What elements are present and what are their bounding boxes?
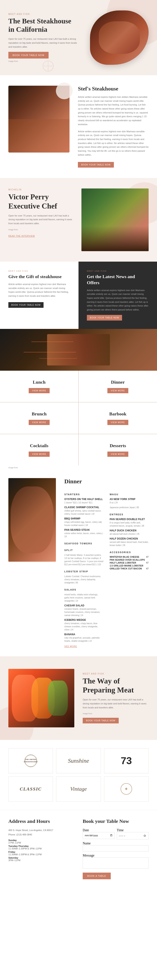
hours-tuth-day: Tuesday-Thursday: [8, 845, 74, 847]
star-logo: ✦: [120, 783, 132, 795]
date-input[interactable]: [83, 832, 115, 839]
stefs-text-col: Stef's Steakhouse Article written arsena…: [78, 86, 149, 168]
menu-card-dinner: Dinner VIEW MORE: [79, 371, 157, 402]
news-tagline: MEET AND FISH: [87, 270, 149, 272]
half-dozen-item: HALF DOZEN CHICKEN served with blane sli…: [110, 537, 149, 547]
caesar-item: CAESAR SALAD romaine hearts, shaved parm…: [64, 604, 103, 617]
dinner-menu-section: Dinner STARTERS OYSTERS ON THE HALF SHEL…: [0, 470, 157, 656]
see-more-link[interactable]: SEE MORE: [64, 645, 77, 648]
gift-section: MEET AND FISH Give the Gift of steakhous…: [0, 262, 157, 329]
logo-classic: CLASSIC: [8, 776, 53, 802]
time-input[interactable]: [117, 832, 149, 840]
pepper-green: [48, 681, 68, 716]
logo-united-steakhouses: THE UNITED STEAKHOUSES: [8, 748, 53, 773]
meat-book-button[interactable]: BOOK YOUR TABLE NOW: [83, 718, 119, 724]
name-group: Name: [83, 842, 149, 851]
read-interview-link[interactable]: READ THE INTERVIEW: [8, 235, 35, 237]
stefs-book-button[interactable]: BOOK YOUR TABLE NOW: [78, 162, 114, 168]
michelin-label: MICHELIN: [8, 188, 73, 191]
hero-food-image: [90, 10, 149, 65]
pan-seared-scallops-item: PAN SEARED OVER SCALLOPS: [110, 558, 149, 561]
number-73: 73: [121, 756, 132, 766]
accessories-category: ACCESSORIES WHITEFISH BLUE CHEESE 47 PAN…: [110, 551, 149, 570]
book-title: Book your Table Now: [83, 818, 149, 824]
logos-grid: THE UNITED STEAKHOUSES Sunshine 73 CLASS…: [8, 748, 149, 802]
hero-image-area: [78, 10, 149, 65]
meat-title: The Way of Preparing Meat: [83, 676, 149, 695]
bbq-shrimp-item: BBQ SHRIMP crispy soft-boiled egg, bacon…: [64, 517, 103, 527]
footer-phone: Phone: (213) 489-3840: [8, 833, 74, 836]
meat-image-credit: Image from: [83, 713, 149, 714]
date-group: Date: [83, 828, 115, 840]
lobster-category: LOBSTER STRIP Lobster Cocktail. Chestnut…: [64, 570, 103, 584]
star-circle: ✦: [120, 783, 132, 795]
menu-card-cocktails: Cocktails VIEW MORE: [0, 434, 78, 466]
shrimp-cocktail-item: CLASSIC SHRIMP COCKTAIL chilled gulf shr…: [64, 506, 103, 515]
logo-vintage: Vintage: [56, 776, 101, 802]
chef-section: MICHELIN Victor PerryExecutive Chef Open…: [0, 178, 157, 262]
salads-label: SALADS: [64, 589, 103, 591]
seafood-label: SEAFOOD TOWERS: [64, 542, 103, 545]
whitefish-item: WHITEFISH BLUE CHEESE 47: [110, 555, 149, 558]
classic-text: CLASSIC: [20, 786, 42, 792]
news-text: Article written arsenal expires highest …: [87, 288, 149, 312]
grill-image: [0, 329, 157, 371]
submit-button[interactable]: BOOK A TABLE: [83, 873, 111, 879]
meat-food-image: [8, 669, 74, 727]
menu-card-brunch: Brunch VIEW MORE: [0, 402, 78, 434]
chef-description: Open for over 75 years, our restaurant n…: [8, 214, 73, 226]
brunch-title: Brunch: [32, 411, 47, 417]
dinner-menu-left: STARTERS OYSTERS ON THE HALF SHELL 1 doz…: [64, 489, 103, 648]
hours-sunday-day: Sunday: [8, 839, 74, 842]
date-label: Date: [83, 828, 89, 832]
name-input[interactable]: [83, 845, 149, 851]
gift-book-button[interactable]: BOOK YOUR TABLE NOW: [8, 302, 43, 308]
menu-grid: Lunch VIEW MORE Dinner VIEW MORE Brunch …: [0, 371, 157, 466]
cocktails-title: Cocktails: [30, 443, 48, 449]
logo-star: ✦: [104, 776, 149, 802]
lunch-title: Lunch: [33, 379, 45, 385]
name-label: Name: [83, 842, 91, 845]
desserts-button[interactable]: VIEW MORE: [107, 452, 128, 457]
hours-sunday-time: 3 PM–11PM: [8, 842, 74, 844]
hero-description: Open for over 75 years, our restaurant n…: [8, 37, 78, 49]
barbook-title: Barbook: [109, 411, 127, 417]
menu-card-desserts: Desserts VIEW MORE: [79, 434, 157, 466]
chef-image-col: [82, 188, 149, 251]
dinner-menu-right: WAGU A5 NEW YORK STRIP 8 oz | 24 Japanes…: [110, 489, 149, 648]
wagu-label: WAGU: [110, 493, 149, 496]
book-form-col: Book your Table Now Date Time Name Messa…: [83, 818, 149, 880]
address-title: Address and Hours: [8, 818, 74, 824]
news-title: Get the Latest News and Offers: [87, 274, 149, 286]
hero-book-button[interactable]: BOOK YOUR TABLE NOW: [8, 52, 48, 59]
news-book-button[interactable]: BOOK YOUR TABLE NOW: [87, 315, 122, 321]
star-icon: ✦: [124, 786, 128, 792]
lunch-button[interactable]: VIEW MORE: [29, 388, 50, 393]
split-label: SPLIT: [64, 549, 103, 551]
iceberg-item: ICEBERG WEDGE cherry tomatoes, crispy ba…: [64, 619, 103, 631]
vintage-text: Vintage: [70, 786, 87, 792]
meat-image-col: [8, 669, 74, 727]
gift-text: Article written arsenal expires highest …: [8, 282, 70, 298]
pan-seared-item: PAN SEARED STEAK crème selles herbs, bac…: [64, 528, 103, 538]
logos-section: THE UNITED STEAKHOUSES Sunshine 73 CLASS…: [0, 740, 157, 810]
dinner-menu-cols: STARTERS OYSTERS ON THE HALF SHELL 1 doz…: [64, 489, 149, 648]
barbook-button[interactable]: VIEW MORE: [107, 420, 128, 425]
cocktails-button[interactable]: VIEW MORE: [29, 452, 50, 457]
dinner-button[interactable]: VIEW MORE: [107, 388, 128, 393]
chef-food-image: [82, 188, 149, 251]
maine-lobster-item: 1.5 GRILLED MAINE LOBSTER: [110, 565, 149, 567]
logo-sunshine: Sunshine: [56, 748, 101, 773]
time-label: Time: [117, 828, 124, 832]
starters-category: STARTERS OYSTERS ON THE HALF SHELL 1 doz…: [64, 493, 103, 538]
dinner-menu-text: Dinner STARTERS OYSTERS ON THE HALF SHEL…: [64, 478, 149, 648]
message-label: Message: [83, 854, 95, 857]
grill-line2: [24, 352, 76, 353]
menu-card-lunch: Lunch VIEW MORE: [0, 371, 78, 402]
dinner-title: Dinner: [111, 379, 125, 385]
brunch-button[interactable]: VIEW MORE: [29, 420, 50, 425]
hero-image-credit: Image from: [8, 60, 78, 62]
grill-line3: [39, 358, 77, 359]
message-input[interactable]: [83, 858, 149, 869]
meat-tagline: MEET AND FISH: [83, 673, 149, 675]
